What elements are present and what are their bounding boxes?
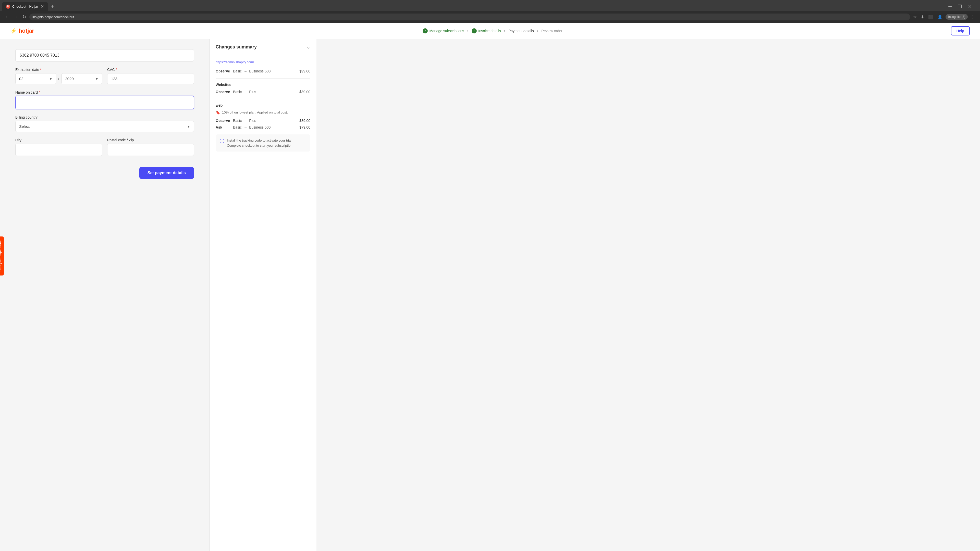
bookmark-button[interactable]: ☆ xyxy=(912,14,918,21)
city-input[interactable] xyxy=(15,144,102,156)
minimize-button[interactable]: ─ xyxy=(946,3,954,10)
active-tab[interactable]: H Checkout - Hotjar ✕ xyxy=(2,2,48,11)
info-box: ⓘ Install the tracking code to activate … xyxy=(216,135,310,151)
tab-favicon: H xyxy=(6,5,10,9)
breadcrumb-manage-subscriptions-label: Manage subscriptions xyxy=(429,29,464,33)
plan-to-3: Plus xyxy=(249,119,256,123)
websites-section-title: Websites xyxy=(216,83,310,87)
date-separator: / xyxy=(58,76,59,81)
billing-country-label: Billing country xyxy=(15,115,194,119)
name-required: * xyxy=(39,90,40,94)
plan-from-1: Basic xyxy=(233,69,242,73)
browser-chrome: H Checkout - Hotjar ✕ + ─ ❐ ✕ ← → ↻ insi… xyxy=(0,0,980,23)
cvc-group: CVC * xyxy=(107,68,194,84)
arrow-icon-4: → xyxy=(244,125,247,129)
breadcrumb-invoice-details[interactable]: ✓ Invoice details xyxy=(472,28,501,33)
postal-label: Postal code / Zip xyxy=(107,138,194,142)
menu-button[interactable]: ⋮ xyxy=(970,14,976,21)
expiry-cvc-row: Expiration date * 02 ▼ / 2029 xyxy=(15,68,194,84)
cvc-input[interactable] xyxy=(107,73,194,84)
browser-toolbar: ← → ↻ insights.hotjar.com/checkout ☆ ⬇ ⬛… xyxy=(0,11,980,23)
postal-input[interactable] xyxy=(107,144,194,156)
price-2: $39.00 xyxy=(299,90,310,94)
name-on-card-input[interactable] xyxy=(15,96,194,109)
url-text: insights.hotjar.com/checkout xyxy=(32,15,74,19)
observe-label-3: Observe xyxy=(216,119,231,123)
summary-row-observe-plus-2: Observe Basic → Plus $39.00 xyxy=(216,119,310,123)
summary-content: https://admin.shopify.com/ Observe Basic… xyxy=(210,55,317,157)
breadcrumb-separator-2: › xyxy=(504,29,505,33)
arrow-icon-2: → xyxy=(244,90,247,94)
price-3: $39.00 xyxy=(299,119,310,123)
arrow-icon-3: → xyxy=(244,119,247,123)
discount-icon: 🔖 xyxy=(216,110,220,114)
profile-button[interactable]: 👤 xyxy=(936,14,943,21)
app-header: ⚡ hotjar ✓ Manage subscriptions › ✓ Invo… xyxy=(0,23,980,39)
changes-summary-header[interactable]: Changes summary ⌄ xyxy=(210,39,317,55)
new-tab-button[interactable]: + xyxy=(49,3,56,11)
expiry-year-select[interactable]: 2029 xyxy=(62,73,102,84)
breadcrumb-payment-details[interactable]: Payment details xyxy=(508,29,534,33)
observe-label-2: Observe xyxy=(216,90,231,94)
summary-section-1: Observe Basic → Business 500 $99.00 xyxy=(216,69,310,73)
tab-close-button[interactable]: ✕ xyxy=(41,4,44,9)
billing-country-group: Billing country Select ▼ xyxy=(15,115,194,132)
summary-section-web: web 🔖 10% off on lowest plan. Applied on… xyxy=(216,103,310,129)
close-button[interactable]: ✕ xyxy=(966,3,974,10)
logo: ⚡ hotjar xyxy=(10,27,34,34)
completed-check-icon-2: ✓ xyxy=(472,28,477,33)
city-group: City xyxy=(15,138,102,156)
price-4: $79.00 xyxy=(299,125,310,129)
forward-button[interactable]: → xyxy=(13,13,19,21)
changes-summary-title: Changes summary xyxy=(216,44,257,50)
price-1: $99.00 xyxy=(299,69,310,73)
expiry-month-select[interactable]: 02 xyxy=(15,73,56,84)
feedback-tab[interactable]: Rate your experience xyxy=(0,237,4,275)
summary-row-observe-business: Observe Basic → Business 500 $99.00 xyxy=(216,69,310,73)
name-on-card-group: Name on card * xyxy=(15,90,194,109)
plan-to-1: Business 500 xyxy=(249,69,270,73)
payment-form-section: 6362 9700 0045 7013 Expiration date * 02… xyxy=(0,39,209,551)
plan-from-3: Basic xyxy=(233,119,242,123)
plan-from-2: Basic xyxy=(233,90,242,94)
discount-note: 🔖 10% off on lowest plan. Applied on tot… xyxy=(216,110,310,114)
info-text: Install the tracking code to activate yo… xyxy=(227,138,306,148)
logo-icon: ⚡ xyxy=(10,28,17,34)
download-button[interactable]: ⬇ xyxy=(920,14,925,21)
summary-row-observe-plus-1: Observe Basic → Plus $39.00 xyxy=(216,90,310,94)
web-section-title: web xyxy=(216,103,310,107)
site-url[interactable]: https://admin.shopify.com/ xyxy=(216,60,310,64)
ask-label: Ask xyxy=(216,125,231,129)
reload-button[interactable]: ↻ xyxy=(21,13,27,21)
cvc-required: * xyxy=(116,68,117,72)
extensions-button[interactable]: ⬛ xyxy=(927,14,934,21)
expiration-label: Expiration date * xyxy=(15,68,102,72)
expiry-year-wrapper: 2029 ▼ xyxy=(62,73,102,84)
changes-summary-sidebar: Changes summary ⌄ https://admin.shopify.… xyxy=(209,39,317,551)
card-number-value: 6362 9700 0045 7013 xyxy=(20,53,59,57)
url-bar[interactable]: insights.hotjar.com/checkout xyxy=(29,14,910,21)
city-label: City xyxy=(15,138,102,142)
divider-2 xyxy=(216,99,310,99)
back-button[interactable]: ← xyxy=(4,13,11,21)
expiration-required: * xyxy=(40,68,41,72)
breadcrumb-review-order: Review order xyxy=(541,29,562,33)
breadcrumb-manage-subscriptions[interactable]: ✓ Manage subscriptions xyxy=(423,28,464,33)
maximize-button[interactable]: ❐ xyxy=(956,3,964,10)
set-payment-button[interactable]: Set payment details xyxy=(139,167,194,179)
postal-group: Postal code / Zip xyxy=(107,138,194,156)
billing-country-select[interactable]: Select xyxy=(15,121,194,132)
logo-text: hotjar xyxy=(19,27,34,34)
cvc-label: CVC * xyxy=(107,68,194,72)
breadcrumb-invoice-details-label: Invoice details xyxy=(478,29,501,33)
name-on-card-label: Name on card * xyxy=(15,90,194,94)
plan-from-4: Basic xyxy=(233,125,242,129)
incognito-badge: Incognito (3) xyxy=(945,14,968,20)
plan-to-4: Business 500 xyxy=(249,125,270,129)
breadcrumb-separator-3: › xyxy=(537,29,538,33)
help-button[interactable]: Help xyxy=(951,26,970,35)
divider-1 xyxy=(216,78,310,79)
browser-action-buttons: ☆ ⬇ ⬛ 👤 Incognito (3) ⋮ xyxy=(912,14,976,21)
breadcrumb-separator-1: › xyxy=(467,29,469,33)
info-icon: ⓘ xyxy=(220,138,224,144)
